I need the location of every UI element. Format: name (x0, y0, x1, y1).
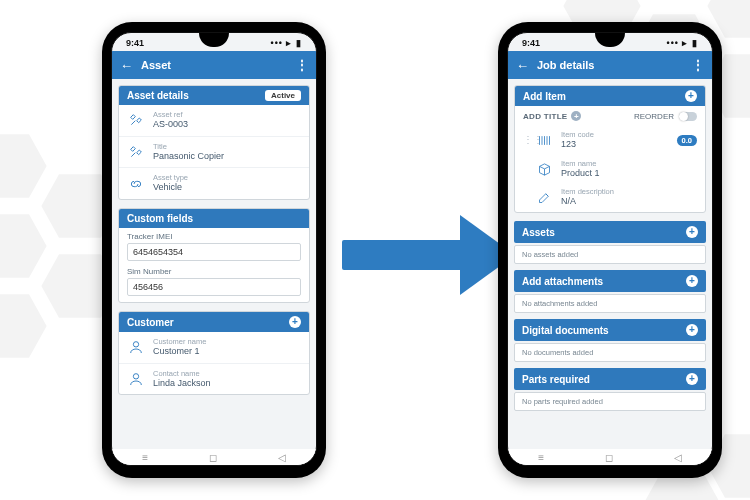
svg-point-1 (133, 374, 138, 379)
panel-title: Add Item (523, 91, 566, 102)
panel-header-customer[interactable]: Customer + (119, 312, 309, 332)
section-assets[interactable]: Assets+ (514, 221, 706, 243)
user-icon (127, 338, 145, 356)
qty-pill: 0.0 (677, 135, 697, 146)
phone-job-details: 9:41 ••• ▸ ▮ ← Job details ⋮ Add Item + … (498, 22, 722, 478)
add-item-icon[interactable]: + (685, 90, 697, 102)
back-icon[interactable]: ← (516, 58, 529, 73)
item-row-name[interactable]: ⋮⋮ Item nameProduct 1 (515, 155, 705, 184)
row-asset-ref[interactable]: Asset refAS-0003 (119, 105, 309, 136)
panel-title: Asset details (127, 90, 189, 101)
field-sim-number: Sim Number 456456 (119, 263, 309, 302)
row-asset-title[interactable]: TitlePanasonic Copier (119, 136, 309, 168)
status-time: 9:41 (126, 38, 144, 48)
nav-back-icon[interactable]: ◁ (674, 452, 682, 463)
appbar-asset: ← Asset ⋮ (112, 51, 316, 79)
nav-recent-icon[interactable]: ≡ (538, 452, 544, 463)
link-icon (127, 175, 145, 193)
nav-back-icon[interactable]: ◁ (278, 452, 286, 463)
row-customer-name[interactable]: Customer nameCustomer 1 (119, 332, 309, 363)
kebab-menu-icon[interactable]: ⋮ (692, 58, 704, 72)
edit-icon (535, 189, 553, 207)
plus-icon: + (686, 226, 698, 238)
user-icon (127, 370, 145, 388)
empty-documents: No documents added (514, 343, 706, 362)
sim-number-input[interactable]: 456456 (127, 278, 301, 296)
section-attachments[interactable]: Add attachments+ (514, 270, 706, 292)
panel-header-asset-details[interactable]: Asset details Active (119, 86, 309, 105)
nav-home-icon[interactable]: ◻ (209, 452, 217, 463)
panel-header-custom-fields[interactable]: Custom fields (119, 209, 309, 228)
panel-add-item: Add Item + ADD TITLE + REORDER ⋮⋮ (514, 85, 706, 213)
box-icon (535, 160, 553, 178)
kebab-menu-icon[interactable]: ⋮ (296, 58, 308, 72)
toggle-icon (679, 112, 697, 121)
nav-home-icon[interactable]: ◻ (605, 452, 613, 463)
appbar-title: Job details (537, 59, 594, 71)
drag-handle-icon[interactable]: ⋮⋮ (523, 135, 529, 145)
tools-icon (127, 111, 145, 129)
tools-icon (127, 143, 145, 161)
panel-asset-details: Asset details Active Asset refAS-0003 Ti… (118, 85, 310, 200)
barcode-icon (535, 131, 553, 149)
panel-custom-fields: Custom fields Tracker IMEI 6454654354 Si… (118, 208, 310, 303)
svg-point-0 (133, 342, 138, 347)
add-item-toolbar: ADD TITLE + REORDER (515, 106, 705, 126)
empty-assets: No assets added (514, 245, 706, 264)
panel-customer: Customer + Customer nameCustomer 1 Conta… (118, 311, 310, 395)
status-icons: ••• ▸ ▮ (271, 38, 302, 48)
tracker-imei-input[interactable]: 6454654354 (127, 243, 301, 261)
panel-title: Customer (127, 317, 174, 328)
appbar-job-details: ← Job details ⋮ (508, 51, 712, 79)
back-icon[interactable]: ← (120, 58, 133, 73)
plus-icon: + (686, 275, 698, 287)
status-time: 9:41 (522, 38, 540, 48)
empty-parts: No parts required added (514, 392, 706, 411)
android-nav-bar: ≡ ◻ ◁ (112, 449, 316, 465)
phone-asset: 9:41 ••• ▸ ▮ ← Asset ⋮ Asset details Act… (102, 22, 326, 478)
plus-icon: + (686, 373, 698, 385)
add-title-button[interactable]: ADD TITLE + (523, 111, 581, 121)
status-icons: ••• ▸ ▮ (667, 38, 698, 48)
panel-header-add-item[interactable]: Add Item + (515, 86, 705, 106)
row-contact-name[interactable]: Contact nameLinda Jackson (119, 363, 309, 395)
panel-title: Custom fields (127, 213, 193, 224)
section-parts[interactable]: Parts required+ (514, 368, 706, 390)
status-badge: Active (265, 90, 301, 101)
row-asset-type[interactable]: Asset typeVehicle (119, 167, 309, 199)
item-row-desc[interactable]: ⋮⋮ Item descriptionN/A (515, 183, 705, 212)
appbar-title: Asset (141, 59, 171, 71)
android-nav-bar: ≡ ◻ ◁ (508, 449, 712, 465)
add-customer-icon[interactable]: + (289, 316, 301, 328)
field-tracker-imei: Tracker IMEI 6454654354 (119, 228, 309, 263)
nav-recent-icon[interactable]: ≡ (142, 452, 148, 463)
add-title-plus-icon: + (571, 111, 581, 121)
plus-icon: + (686, 324, 698, 336)
reorder-toggle[interactable]: REORDER (634, 112, 697, 121)
empty-attachments: No attachments added (514, 294, 706, 313)
item-row-code[interactable]: ⋮⋮ Item code123 0.0 (515, 126, 705, 155)
section-documents[interactable]: Digital documents+ (514, 319, 706, 341)
